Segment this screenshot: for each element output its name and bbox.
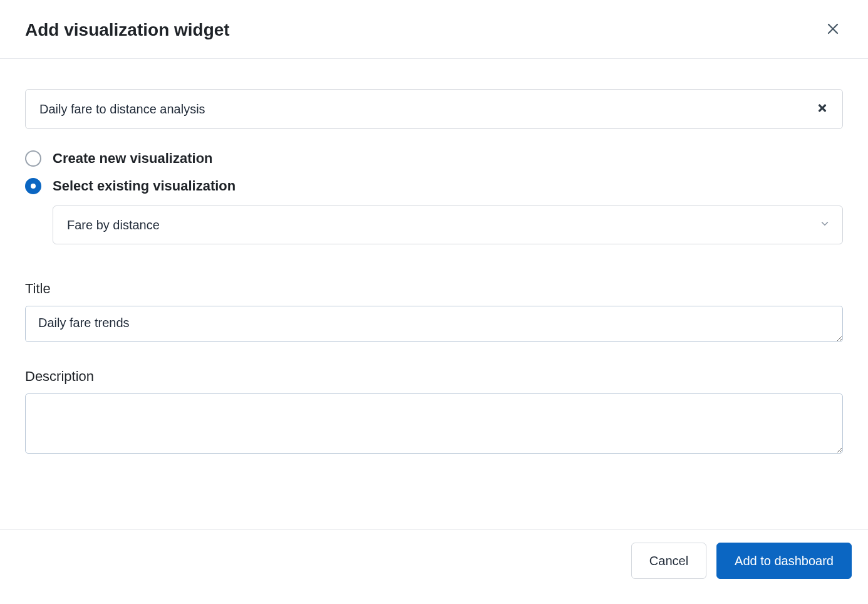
existing-visualization-select[interactable]: Fare by distance — [53, 206, 843, 244]
add-to-dashboard-button[interactable]: Add to dashboard — [716, 543, 852, 579]
visualization-source-radio-group: Create new visualization Select existing… — [25, 150, 843, 244]
radio-create-new[interactable] — [25, 150, 41, 167]
modal-body: Create new visualization Select existing… — [0, 59, 868, 529]
title-field-group: Title — [25, 281, 843, 345]
close-icon — [825, 21, 840, 38]
modal-title: Add visualization widget — [25, 20, 230, 40]
cancel-button[interactable]: Cancel — [631, 543, 706, 579]
description-field-group: Description — [25, 368, 843, 456]
existing-visualization-select-wrap: Fare by distance — [53, 206, 843, 244]
radio-create-new-label[interactable]: Create new visualization — [53, 150, 213, 167]
radio-select-existing-label[interactable]: Select existing visualization — [53, 178, 235, 194]
modal-header: Add visualization widget — [0, 0, 868, 59]
radio-row-create: Create new visualization — [25, 150, 843, 167]
search-field-wrap — [25, 89, 843, 129]
description-label: Description — [25, 368, 843, 385]
close-button[interactable] — [823, 19, 843, 41]
add-visualization-modal: Add visualization widget Create new visu… — [0, 0, 868, 604]
clear-search-button[interactable] — [813, 99, 832, 120]
modal-footer: Cancel Add to dashboard — [0, 529, 868, 604]
clear-icon — [817, 103, 828, 116]
radio-row-existing: Select existing visualization — [25, 178, 843, 194]
title-input[interactable] — [25, 306, 843, 342]
radio-select-existing[interactable] — [25, 178, 41, 194]
description-input[interactable] — [25, 393, 843, 454]
title-label: Title — [25, 281, 843, 297]
search-input[interactable] — [25, 89, 843, 129]
